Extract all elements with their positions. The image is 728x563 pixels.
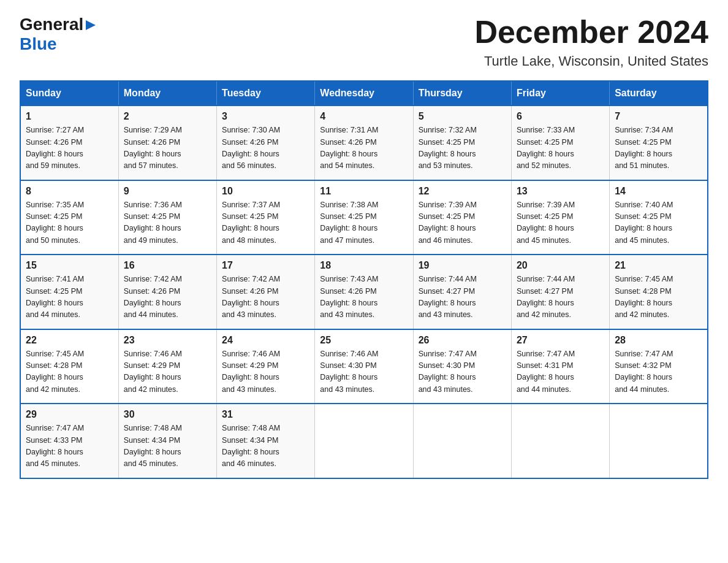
day-number: 6 [517,111,604,122]
day-info: Sunrise: 7:35 AMSunset: 4:25 PMDaylight:… [26,199,113,247]
day-info: Sunrise: 7:39 AMSunset: 4:25 PMDaylight:… [517,199,604,247]
logo: General Blue [20,15,97,54]
day-info: Sunrise: 7:30 AMSunset: 4:26 PMDaylight:… [222,124,309,172]
day-info: Sunrise: 7:27 AMSunset: 4:26 PMDaylight:… [26,124,113,172]
day-number: 24 [222,335,309,346]
calendar-header: Sunday Monday Tuesday Wednesday Thursday… [20,81,708,105]
day-info: Sunrise: 7:47 AMSunset: 4:32 PMDaylight:… [615,348,702,396]
calendar-cell: 3Sunrise: 7:30 AMSunset: 4:26 PMDaylight… [217,105,315,180]
calendar-cell: 31Sunrise: 7:48 AMSunset: 4:34 PMDayligh… [217,404,315,478]
day-info: Sunrise: 7:29 AMSunset: 4:26 PMDaylight:… [124,124,211,172]
calendar-week-row: 29Sunrise: 7:47 AMSunset: 4:33 PMDayligh… [20,404,708,478]
day-number: 22 [26,335,113,346]
col-wednesday: Wednesday [315,81,413,105]
day-number: 16 [124,260,211,271]
day-info: Sunrise: 7:46 AMSunset: 4:29 PMDaylight:… [222,348,309,396]
day-info: Sunrise: 7:37 AMSunset: 4:25 PMDaylight:… [222,199,309,247]
day-number: 27 [517,335,604,346]
day-number: 15 [26,260,113,271]
calendar-cell: 6Sunrise: 7:33 AMSunset: 4:25 PMDaylight… [511,105,609,180]
day-number: 19 [419,260,506,271]
header-row: Sunday Monday Tuesday Wednesday Thursday… [20,81,708,105]
title-section: December 2024 Turtle Lake, Wisconsin, Un… [474,15,708,69]
day-info: Sunrise: 7:33 AMSunset: 4:25 PMDaylight:… [517,124,604,172]
day-info: Sunrise: 7:46 AMSunset: 4:29 PMDaylight:… [124,348,211,396]
day-number: 2 [124,111,211,122]
calendar-cell: 15Sunrise: 7:41 AMSunset: 4:25 PMDayligh… [20,255,118,329]
day-number: 1 [26,111,113,122]
day-info: Sunrise: 7:47 AMSunset: 4:31 PMDaylight:… [517,348,604,396]
day-number: 3 [222,111,309,122]
calendar-cell [610,404,708,478]
col-thursday: Thursday [413,81,511,105]
calendar-cell: 18Sunrise: 7:43 AMSunset: 4:26 PMDayligh… [315,255,413,329]
day-number: 11 [320,186,408,197]
day-info: Sunrise: 7:47 AMSunset: 4:33 PMDaylight:… [26,423,113,470]
day-info: Sunrise: 7:48 AMSunset: 4:34 PMDaylight:… [222,423,309,470]
day-info: Sunrise: 7:44 AMSunset: 4:27 PMDaylight:… [419,274,506,321]
logo-text-general: General [20,15,83,34]
calendar-cell: 22Sunrise: 7:45 AMSunset: 4:28 PMDayligh… [20,329,118,404]
day-number: 10 [222,186,309,197]
calendar-cell: 14Sunrise: 7:40 AMSunset: 4:25 PMDayligh… [610,180,708,255]
calendar-table: Sunday Monday Tuesday Wednesday Thursday… [20,80,708,479]
day-info: Sunrise: 7:43 AMSunset: 4:26 PMDaylight:… [320,274,408,321]
col-sunday: Sunday [20,81,118,105]
month-title: December 2024 [474,15,708,50]
day-number: 20 [517,260,604,271]
day-info: Sunrise: 7:36 AMSunset: 4:25 PMDaylight:… [124,199,211,247]
day-number: 26 [419,335,506,346]
calendar-cell: 30Sunrise: 7:48 AMSunset: 4:34 PMDayligh… [118,404,216,478]
calendar-week-row: 22Sunrise: 7:45 AMSunset: 4:28 PMDayligh… [20,329,708,404]
calendar-cell: 1Sunrise: 7:27 AMSunset: 4:26 PMDaylight… [20,105,118,180]
calendar-cell: 25Sunrise: 7:46 AMSunset: 4:30 PMDayligh… [315,329,413,404]
day-info: Sunrise: 7:46 AMSunset: 4:30 PMDaylight:… [320,348,408,396]
calendar-cell: 24Sunrise: 7:46 AMSunset: 4:29 PMDayligh… [217,329,315,404]
svg-marker-0 [86,20,96,30]
calendar-cell: 12Sunrise: 7:39 AMSunset: 4:25 PMDayligh… [413,180,511,255]
day-number: 31 [222,409,309,420]
calendar-week-row: 8Sunrise: 7:35 AMSunset: 4:25 PMDaylight… [20,180,708,255]
calendar-cell: 8Sunrise: 7:35 AMSunset: 4:25 PMDaylight… [20,180,118,255]
calendar-cell: 4Sunrise: 7:31 AMSunset: 4:26 PMDaylight… [315,105,413,180]
calendar-cell: 21Sunrise: 7:45 AMSunset: 4:28 PMDayligh… [610,255,708,329]
day-number: 30 [124,409,211,420]
calendar-cell [413,404,511,478]
day-info: Sunrise: 7:44 AMSunset: 4:27 PMDaylight:… [517,274,604,321]
day-number: 7 [615,111,702,122]
day-info: Sunrise: 7:45 AMSunset: 4:28 PMDaylight:… [26,348,113,396]
calendar-cell: 23Sunrise: 7:46 AMSunset: 4:29 PMDayligh… [118,329,216,404]
day-number: 4 [320,111,408,122]
day-number: 14 [615,186,702,197]
day-info: Sunrise: 7:41 AMSunset: 4:25 PMDaylight:… [26,274,113,321]
day-number: 5 [419,111,506,122]
calendar-cell: 2Sunrise: 7:29 AMSunset: 4:26 PMDaylight… [118,105,216,180]
calendar-cell: 13Sunrise: 7:39 AMSunset: 4:25 PMDayligh… [511,180,609,255]
calendar-cell: 28Sunrise: 7:47 AMSunset: 4:32 PMDayligh… [610,329,708,404]
day-number: 17 [222,260,309,271]
logo-text-blue: Blue [20,34,57,54]
calendar-cell: 19Sunrise: 7:44 AMSunset: 4:27 PMDayligh… [413,255,511,329]
calendar-cell: 27Sunrise: 7:47 AMSunset: 4:31 PMDayligh… [511,329,609,404]
calendar-week-row: 1Sunrise: 7:27 AMSunset: 4:26 PMDaylight… [20,105,708,180]
calendar-cell: 11Sunrise: 7:38 AMSunset: 4:25 PMDayligh… [315,180,413,255]
day-number: 8 [26,186,113,197]
calendar-body: 1Sunrise: 7:27 AMSunset: 4:26 PMDaylight… [20,105,708,478]
day-info: Sunrise: 7:40 AMSunset: 4:25 PMDaylight:… [615,199,702,247]
calendar-cell [511,404,609,478]
calendar-cell [315,404,413,478]
location-subtitle: Turtle Lake, Wisconsin, United States [474,53,708,69]
calendar-cell: 9Sunrise: 7:36 AMSunset: 4:25 PMDaylight… [118,180,216,255]
col-friday: Friday [511,81,609,105]
day-number: 29 [26,409,113,420]
calendar-cell: 10Sunrise: 7:37 AMSunset: 4:25 PMDayligh… [217,180,315,255]
calendar-cell: 17Sunrise: 7:42 AMSunset: 4:26 PMDayligh… [217,255,315,329]
col-saturday: Saturday [610,81,708,105]
logo-arrow-icon [85,19,97,31]
day-info: Sunrise: 7:31 AMSunset: 4:26 PMDaylight:… [320,124,408,172]
day-info: Sunrise: 7:39 AMSunset: 4:25 PMDaylight:… [419,199,506,247]
day-info: Sunrise: 7:48 AMSunset: 4:34 PMDaylight:… [124,423,211,470]
calendar-cell: 29Sunrise: 7:47 AMSunset: 4:33 PMDayligh… [20,404,118,478]
day-number: 9 [124,186,211,197]
calendar-cell: 26Sunrise: 7:47 AMSunset: 4:30 PMDayligh… [413,329,511,404]
